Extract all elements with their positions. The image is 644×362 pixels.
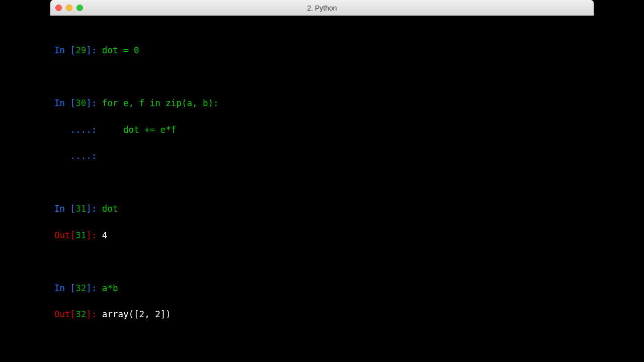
out-label: Out bbox=[54, 230, 70, 240]
close-icon[interactable] bbox=[55, 5, 62, 11]
traffic-lights bbox=[55, 5, 83, 11]
continuation-prompt: ....: bbox=[54, 125, 102, 135]
output-value: 4 bbox=[102, 230, 108, 240]
in-label: In bbox=[54, 204, 70, 214]
code-input: for e, f in zip(a, b): bbox=[102, 98, 219, 108]
continuation-prompt: ....: bbox=[54, 151, 102, 161]
minimize-icon[interactable] bbox=[66, 5, 72, 11]
prompt-number: 32 bbox=[75, 309, 86, 319]
in-line: In [29]: dot = 0 bbox=[54, 44, 590, 57]
prompt-number: 30 bbox=[75, 98, 86, 108]
in-label: In bbox=[54, 45, 70, 55]
in-line: In [31]: dot bbox=[54, 202, 590, 215]
prompt-number: 32 bbox=[75, 283, 86, 293]
zoom-icon[interactable] bbox=[76, 5, 83, 11]
in-label: In bbox=[54, 98, 70, 108]
continuation-line: ....: dot += e*f bbox=[54, 123, 590, 136]
continuation-line: ....: bbox=[54, 149, 590, 162]
output-value: array([2, 2]) bbox=[102, 309, 171, 319]
terminal-body[interactable]: In [29]: dot = 0 In [30]: for e, f in zi… bbox=[50, 16, 594, 362]
in-label: In bbox=[54, 283, 70, 293]
prompt-number: 31 bbox=[75, 204, 86, 214]
code-input: dot bbox=[102, 204, 118, 214]
out-line: Out[32]: array([2, 2]) bbox=[54, 308, 590, 321]
prompt-number: 31 bbox=[75, 230, 86, 240]
titlebar: 2. Python bbox=[50, 0, 594, 16]
out-label: Out bbox=[54, 309, 70, 319]
code-input: a*b bbox=[102, 283, 118, 293]
code-input: dot = 0 bbox=[102, 45, 139, 55]
window-title: 2. Python bbox=[50, 4, 594, 12]
code-input: dot += e*f bbox=[102, 125, 177, 135]
out-line: Out[31]: 4 bbox=[54, 229, 590, 242]
terminal-window: 2. Python In [29]: dot = 0 In [30]: for … bbox=[50, 0, 594, 362]
prompt-number: 29 bbox=[75, 45, 86, 55]
in-line: In [30]: for e, f in zip(a, b): bbox=[54, 97, 590, 110]
in-line: In [32]: a*b bbox=[54, 282, 590, 295]
